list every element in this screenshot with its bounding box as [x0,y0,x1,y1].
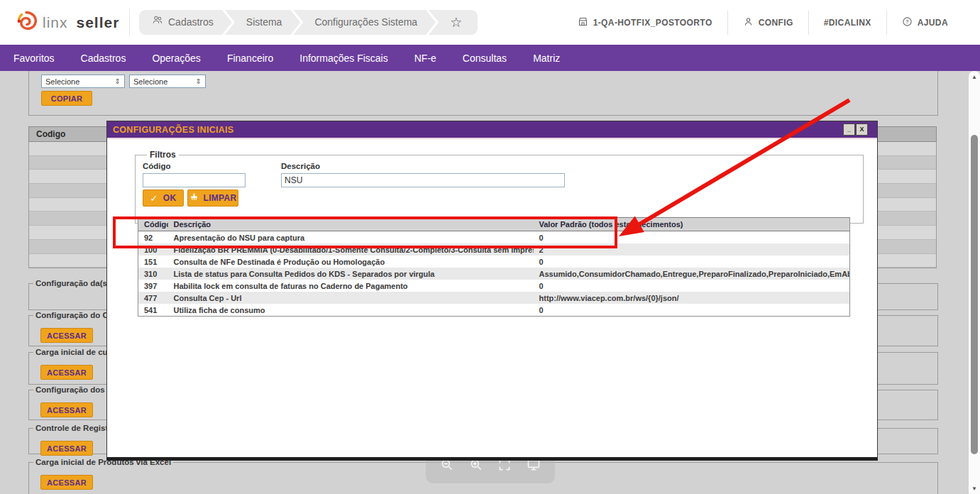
cell-valor: 0 [534,304,850,317]
breadcrumb-cadastros[interactable]: Cadastros [139,10,232,35]
brand-linx: linx [43,14,68,31]
cell-codigo: 477 [138,292,168,304]
linx-flame-icon [16,11,37,35]
configuracoes-iniciais-dialog: CONFIGURAÇÕES INICIAIS _ X Filtros Códig… [106,121,878,461]
scroll-up-icon[interactable]: ▲ [971,74,977,80]
select-arrows-icon: ⇕ [115,77,121,85]
nav-item-financeiro[interactable]: Financeiro [227,53,273,64]
cell-codigo: 92 [138,231,168,244]
column-header-valor-padrao-todos-estabelecimentos: Valor Padrão (todos estabelecimentos) [534,218,850,231]
nav-item-operacoes[interactable]: Operações [152,53,200,64]
ok-button[interactable]: ✓ OK [143,190,184,207]
scroll-down-icon[interactable]: ▼ [971,485,977,492]
session-item-ajuda[interactable]: ?AJUDA [886,11,963,35]
copiar-button[interactable]: COPIAR [41,91,92,106]
config-row-310[interactable]: 310Lista de status para Consulta Pedidos… [138,268,850,280]
session-item-label: #DICALINX [824,18,871,28]
select-value: Selecione [133,77,167,86]
cell-codigo: 397 [138,280,168,292]
codigo-input[interactable] [143,173,246,187]
breadcrumb-label: Cadastros [168,10,214,35]
breadcrumb-sistema[interactable]: Sistema [225,10,301,35]
select-value: Selecione [45,77,79,86]
column-header-descricao: Descrição [168,218,534,231]
session-item-1-qa-hotfix-postoorto[interactable]: 1-QA-HOTFIX_POSTOORTO [563,11,727,35]
cell-descricao: Apresentação do NSU para captura [168,231,534,244]
main-nav: FavoritosCadastrosOperaçõesFinanceiroInf… [0,45,980,71]
limpar-label: LIMPAR [204,193,237,203]
session-item-dicalinx[interactable]: #DICALINX [808,11,886,35]
cell-codigo: 541 [138,304,168,317]
config-table-header-row: CódigoDescriçãoValor Padrão (todos estab… [138,218,850,231]
select-arrows-icon: ⇕ [196,77,202,85]
session-bar: 1-QA-HOTFIX_POSTOORTOCONFIG#DICALINX?AJU… [563,0,963,45]
limpar-button[interactable]: LIMPAR [187,190,238,207]
acessar-button-carga-inicial-de-produtos-via-excel[interactable]: ACESSAR [40,475,93,490]
highlighted-config-row-92[interactable]: 92Apresentação do NSU para captura0 [138,231,850,244]
cell-valor: 2 [534,243,850,256]
config-row-151[interactable]: 151Consulta de NFe Destinada é Produção … [138,256,850,268]
check-icon: ✓ [150,193,158,204]
descricao-input[interactable] [281,173,565,187]
help-icon: ? [902,16,913,29]
nav-item-informacoes-fiscais[interactable]: Informações Fiscais [299,53,387,64]
filters-legend: Filtros [147,150,179,160]
nav-item-cadastros[interactable]: Cadastros [81,53,126,64]
cell-codigo: 151 [138,256,168,268]
breadcrumb-label: Configurações Sistema [314,10,417,35]
session-item-label: 1-QA-HOTFIX_POSTOORTO [593,18,712,28]
cell-descricao: Habilita lock em consulta de faturas no … [168,280,534,292]
acessar-button-controle-de-registros[interactable]: ACESSAR [40,441,93,456]
acessar-button-configuracao-do-cfo[interactable]: ACESSAR [40,328,93,343]
minimize-button[interactable]: _ [843,124,855,136]
cell-valor: 0 [534,231,850,244]
config-row-397[interactable]: 397Habilita lock em consulta de faturas … [138,280,850,292]
header-divider [129,9,130,37]
config-row-100[interactable]: 100Fidelização BR PREMMIA (0-Desabilitad… [138,243,850,256]
user-icon [743,16,754,29]
brush-icon [189,192,199,204]
breadcrumb-favorite-star[interactable]: ☆ [429,10,478,35]
cell-codigo: 310 [138,268,168,280]
cell-valor: 0 [534,256,850,268]
titlebar-accent-line [107,138,877,139]
session-item-config[interactable]: CONFIG [727,11,808,35]
dialog-title: CONFIGURAÇÕES INICIAIS [113,125,234,135]
codigo-label: Código [143,162,171,170]
store-icon [578,16,588,29]
users-icon [152,10,163,35]
select-establishment-1[interactable]: Selecione⇕ [41,75,125,88]
cell-descricao: Utiliza ficha de consumo [168,304,534,317]
cell-valor: http://www.viacep.com.br/ws/{0}/json/ [534,292,850,304]
nav-item-nf-e[interactable]: NF-e [414,53,436,64]
breadcrumb-configuracoes-sistema[interactable]: Configurações Sistema [293,10,436,35]
top-header: linx seller CadastrosSistemaConfiguraçõe… [0,0,980,45]
descricao-label: Descrição [281,162,320,170]
cell-valor: Assumido,ConsumidorChamado,Entregue,Prep… [534,268,850,280]
cell-descricao: Lista de status para Consulta Pedidos do… [168,268,534,280]
cell-descricao: Fidelização BR PREMMIA (0-Desabilitado/1… [168,243,534,256]
select-establishment-2[interactable]: Selecione⇕ [129,75,206,88]
dialog-titlebar[interactable]: CONFIGURAÇÕES INICIAIS [107,121,877,138]
acessar-button-carga-inicial-de-custo[interactable]: ACESSAR [40,365,93,380]
svg-text:?: ? [905,19,908,24]
config-row-541[interactable]: 541Utiliza ficha de consumo0 [138,304,850,317]
breadcrumb: CadastrosSistemaConfigurações Sistema☆ [139,10,478,35]
config-row-477[interactable]: 477Consulta Cep - Urlhttp://www.viacep.c… [138,292,850,304]
nav-item-matriz[interactable]: Matriz [533,53,560,64]
ok-label: OK [163,193,177,203]
session-item-label: AJUDA [918,18,948,28]
close-button[interactable]: X [856,124,868,136]
nav-item-favoritos[interactable]: Favoritos [13,53,55,64]
nav-item-consultas[interactable]: Consultas [463,53,507,64]
scrollbar-thumb[interactable] [971,135,978,454]
breadcrumb-label: Sistema [246,10,282,35]
column-header-codigo: Código [138,218,168,231]
brand-seller: seller [77,14,120,31]
acessar-button-configuracao-dos-par[interactable]: ACESSAR [40,402,93,417]
session-item-label: CONFIG [759,18,793,28]
cell-codigo: 100 [138,243,168,256]
config-table: CódigoDescriçãoValor Padrão (todos estab… [138,217,850,317]
cell-descricao: Consulta de NFe Destinada é Produção ou … [168,256,534,268]
cell-descricao: Consulta Cep - Url [168,292,534,304]
